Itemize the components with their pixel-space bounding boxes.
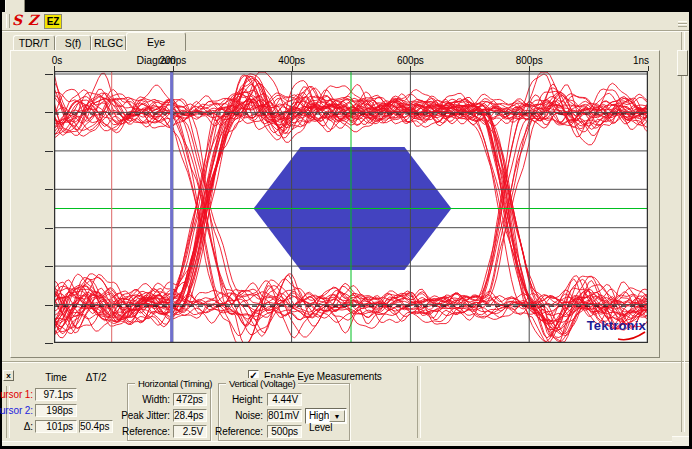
vertical-scrollbar-thumb[interactable] xyxy=(677,50,688,76)
y-tick-mark xyxy=(45,266,53,267)
x-tick-mark xyxy=(292,66,293,71)
cursor-1-time-field[interactable]: 97.1ps xyxy=(35,388,77,401)
delta-label: Δ: xyxy=(24,421,33,433)
timing-reference-field[interactable]: 2.5V xyxy=(173,425,207,438)
y-tick-mark xyxy=(45,189,53,190)
x-tick-label: 1ns xyxy=(633,55,649,66)
eye-diagram-canvas[interactable] xyxy=(54,71,648,343)
timing-reference-label: Reference: xyxy=(122,426,170,438)
close-measurements-button[interactable]: x xyxy=(3,370,14,381)
tab-rlgc[interactable]: RLGC xyxy=(91,35,126,50)
horizontal-timing-title: Horizontal (Timing) xyxy=(135,378,215,389)
dt2-column-header: ΔT/2 xyxy=(79,372,113,383)
eye-diagram-plot[interactable] xyxy=(54,71,648,343)
x-tick-label: 400ps xyxy=(278,55,305,66)
y-tick-mark xyxy=(45,74,53,75)
height-label: Height: xyxy=(232,394,263,406)
y-tick-mark xyxy=(45,228,53,229)
width-field[interactable]: 472ps xyxy=(173,393,207,406)
x-tick-label: 600ps xyxy=(397,55,424,66)
voltage-reference-label: Reference: xyxy=(215,426,263,438)
delta-half-field[interactable]: 50.4ps xyxy=(79,420,113,433)
toolbar-separator xyxy=(2,30,689,32)
cursor-2-label: Cursor 2: xyxy=(0,405,33,417)
width-label: Width: xyxy=(142,394,170,406)
y-tick-mark xyxy=(45,305,53,306)
bottom-gutter xyxy=(2,441,689,446)
cursor-1-label: Cursor 1: xyxy=(0,389,33,401)
tab-s-f[interactable]: S(f) xyxy=(55,35,91,50)
tab-tdr-t[interactable]: TDR/T xyxy=(13,35,55,50)
logo-z-icon: Z xyxy=(28,13,38,28)
delta-time-field[interactable]: 101ps xyxy=(35,420,77,433)
toolbar-grip[interactable] xyxy=(6,14,10,28)
cursor-2-time-field[interactable]: 198ps xyxy=(35,404,77,417)
bottom-right-gutter xyxy=(672,436,689,442)
x-tick-mark xyxy=(529,66,530,71)
height-field[interactable]: 4.44V xyxy=(267,393,302,406)
dropdown-arrow-icon[interactable]: ▼ xyxy=(329,410,345,422)
y-tick-mark xyxy=(45,151,53,152)
noise-label: Noise: xyxy=(235,410,263,422)
x-tick-label: 0s xyxy=(52,55,62,66)
scrollbar-grip[interactable] xyxy=(676,18,689,29)
tektronix-swoosh-icon xyxy=(616,330,648,342)
x-tick-mark xyxy=(54,66,55,71)
toolbar-strip: S Z EZ xyxy=(2,12,689,30)
y-tick-mark xyxy=(45,343,53,344)
time-column-header: Time xyxy=(35,372,77,383)
application-window: S Z EZ TDR/T S(f) RLGC Eye Diagram 0s200… xyxy=(0,0,692,449)
tab-eye-diagram[interactable]: Eye Diagram xyxy=(126,32,186,51)
peak-jitter-field[interactable]: 28.4ps xyxy=(173,409,207,422)
measurement-bar-divider xyxy=(417,366,421,438)
logo-s-icon: S xyxy=(12,13,22,28)
vertical-voltage-title: Vertical (Voltage) xyxy=(226,378,298,389)
vertical-scrollbar-track[interactable] xyxy=(681,32,685,432)
logo-ez-icon: EZ xyxy=(44,14,62,29)
peak-jitter-label: Peak Jitter: xyxy=(121,410,170,422)
noise-field[interactable]: 801mV xyxy=(267,409,302,422)
y-tick-mark xyxy=(45,112,53,113)
voltage-reference-field[interactable]: 500ps xyxy=(267,425,302,438)
x-tick-mark xyxy=(410,66,411,71)
noise-level-dropdown[interactable]: High Level ▼ xyxy=(305,408,347,424)
x-tick-label: 800ps xyxy=(516,55,543,66)
window-corner-fragment xyxy=(5,0,25,12)
x-tick-mark xyxy=(648,66,649,71)
